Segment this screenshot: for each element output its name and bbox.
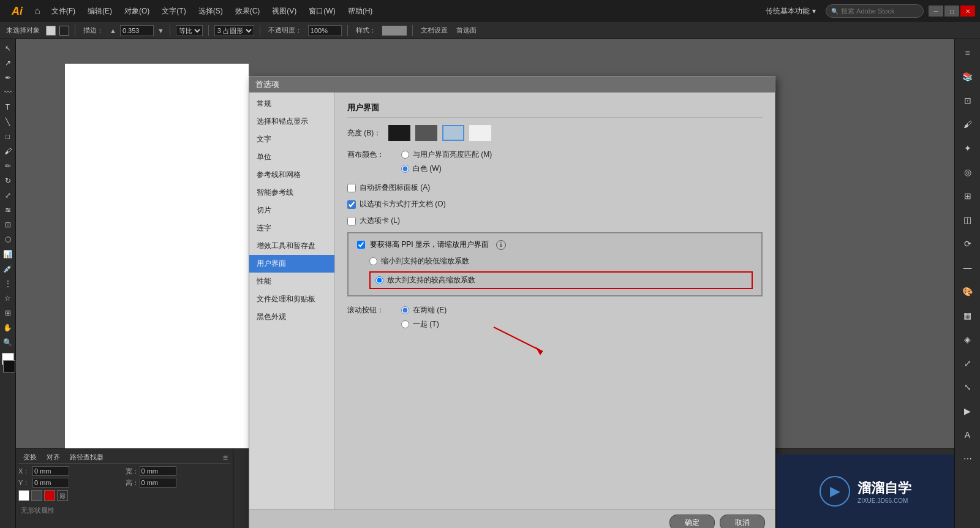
- nav-hyphenation[interactable]: 连字: [249, 219, 334, 237]
- type-right-btn[interactable]: A: [957, 424, 979, 446]
- nav-anchors[interactable]: 选择和锚点显示: [249, 113, 334, 130]
- properties-btn[interactable]: ⊡: [957, 89, 979, 111]
- pen-tool[interactable]: ✒: [1, 71, 15, 85]
- hand-tool[interactable]: ✋: [1, 321, 15, 334]
- shape-builder-tool[interactable]: ⬡: [1, 233, 15, 246]
- brush-btn[interactable]: 🖌: [957, 113, 979, 135]
- menu-edit[interactable]: 编辑(E): [81, 0, 118, 22]
- tab-pathfinder[interactable]: 路径查找器: [65, 451, 108, 463]
- workspace-switcher[interactable]: 传统基本功能 ▾: [761, 6, 821, 17]
- appearance-right-btn[interactable]: ◎: [957, 161, 979, 183]
- nav-general[interactable]: 常规: [249, 95, 334, 113]
- more-right-btn[interactable]: ⋯: [957, 448, 979, 470]
- search-input[interactable]: [841, 7, 918, 15]
- doc-settings-btn[interactable]: 文档设置: [418, 26, 450, 35]
- scroll-together-option[interactable]: 一起 (T): [401, 319, 447, 330]
- zoom-tool[interactable]: 🔍: [1, 336, 15, 349]
- warp-tool[interactable]: ≋: [1, 203, 15, 217]
- open-as-tabs-checkbox[interactable]: 以选项卡方式打开文档 (O): [347, 199, 763, 209]
- white-swatch[interactable]: [18, 490, 29, 501]
- align-right-btn[interactable]: ⊞: [957, 185, 979, 207]
- artboard-tool[interactable]: ⊞: [1, 306, 15, 320]
- stroke-color-box[interactable]: [3, 360, 15, 372]
- brightness-swatch-dark[interactable]: [415, 125, 437, 141]
- large-tabs-checkbox[interactable]: 大选项卡 (L): [347, 216, 763, 226]
- nav-slices[interactable]: 切片: [249, 202, 334, 219]
- close-button[interactable]: ✕: [960, 6, 975, 17]
- free-transform-tool[interactable]: ⊡: [1, 218, 15, 232]
- cancel-button[interactable]: 取消: [720, 515, 765, 528]
- canvas-white-option[interactable]: 白色 (W): [401, 164, 492, 174]
- menu-text[interactable]: 文字(T): [156, 0, 192, 22]
- stroke-right-btn[interactable]: —: [957, 257, 979, 279]
- pathfinder-right-btn[interactable]: ◫: [957, 209, 979, 231]
- nav-files[interactable]: 文件处理和剪贴板: [249, 290, 334, 308]
- auto-collapse-checkbox[interactable]: 自动折叠图标面板 (A): [347, 183, 763, 193]
- curvature-tool[interactable]: 〰: [1, 86, 15, 99]
- nav-smart-guides[interactable]: 智能参考线: [249, 184, 334, 202]
- opacity-input[interactable]: [308, 25, 342, 36]
- libraries-btn[interactable]: 📚: [957, 66, 979, 88]
- nav-guides[interactable]: 参考线和网格: [249, 166, 334, 184]
- stroke-swatch[interactable]: [59, 26, 69, 36]
- symbol-tool[interactable]: ☆: [1, 292, 15, 305]
- color-right-btn[interactable]: 🎨: [957, 281, 979, 303]
- red-swatch[interactable]: [44, 490, 55, 501]
- paintbrush-tool[interactable]: 🖌: [1, 145, 15, 158]
- style-swatch[interactable]: [382, 26, 407, 36]
- stock-search[interactable]: 🔍: [826, 4, 924, 18]
- menu-file[interactable]: 文件(F): [45, 0, 81, 22]
- info-icon[interactable]: ℹ: [496, 240, 506, 250]
- eyedropper-tool[interactable]: 💉: [1, 262, 15, 276]
- stroke-value-input[interactable]: [120, 25, 154, 36]
- panel-menu-icon[interactable]: ≡: [221, 453, 230, 462]
- y-input[interactable]: [32, 478, 69, 488]
- play-right-btn[interactable]: ▶: [957, 400, 979, 422]
- ok-button[interactable]: 确定: [669, 515, 715, 528]
- dark-swatch[interactable]: [31, 490, 42, 501]
- expand2-right-btn[interactable]: ⤡: [957, 376, 979, 398]
- gradient-right-btn[interactable]: ▦: [957, 304, 979, 326]
- tab-align[interactable]: 对齐: [42, 451, 65, 463]
- rotate-tool[interactable]: ↻: [1, 174, 15, 187]
- menu-object[interactable]: 对象(O): [118, 0, 156, 22]
- link-icon[interactable]: ⛓: [57, 490, 68, 501]
- menu-effect[interactable]: 效果(C): [229, 0, 266, 22]
- rect-tool[interactable]: □: [1, 130, 15, 143]
- scroll-both-ends-option[interactable]: 在两端 (E): [401, 305, 447, 315]
- blend-tool[interactable]: ⋮: [1, 277, 15, 290]
- brightness-swatch-medium[interactable]: [442, 125, 464, 141]
- fill-swatch[interactable]: [46, 26, 56, 36]
- layers-btn[interactable]: ≡: [957, 42, 979, 64]
- canvas-match-ui-option[interactable]: 与用户界面亮度匹配 (M): [401, 149, 492, 160]
- hidpi-scale-up-option[interactable]: 放大到支持的较高缩放系数: [375, 275, 475, 285]
- hidpi-scale-down-option[interactable]: 缩小到支持的较低缩放系数: [369, 256, 753, 266]
- direct-selection-tool[interactable]: ↗: [1, 56, 15, 70]
- nav-text[interactable]: 文字: [249, 130, 334, 148]
- scale-tool[interactable]: ⤢: [1, 189, 15, 202]
- w-input[interactable]: [140, 466, 176, 476]
- tab-transform[interactable]: 变换: [18, 451, 42, 463]
- brightness-swatch-light[interactable]: [469, 125, 491, 141]
- nav-units[interactable]: 单位: [249, 148, 334, 166]
- x-input[interactable]: [32, 466, 69, 476]
- shape-select[interactable]: 3 占圆形: [214, 25, 254, 36]
- nav-appearance[interactable]: 黑色外观: [249, 308, 334, 326]
- chart-tool[interactable]: 📊: [1, 247, 15, 261]
- selection-tool[interactable]: ↖: [1, 42, 15, 55]
- minimize-button[interactable]: ─: [929, 6, 943, 17]
- pencil-tool[interactable]: ✏: [1, 159, 15, 173]
- home-button[interactable]: ⌂: [29, 6, 45, 17]
- menu-view[interactable]: 视图(V): [266, 0, 303, 22]
- nav-ui[interactable]: 用户界面: [249, 255, 334, 273]
- menu-help[interactable]: 帮助(H): [342, 0, 379, 22]
- line-tool[interactable]: ╲: [1, 115, 15, 129]
- type-tool[interactable]: T: [1, 100, 15, 114]
- brightness-swatch-darkest[interactable]: [388, 125, 410, 141]
- nav-plugins[interactable]: 增效工具和暂存盘: [249, 237, 334, 255]
- menu-window[interactable]: 窗口(W): [303, 0, 341, 22]
- menu-select[interactable]: 选择(S): [192, 0, 229, 22]
- transparency-right-btn[interactable]: ◈: [957, 328, 979, 350]
- mode-select[interactable]: 等比: [176, 25, 203, 36]
- maximize-button[interactable]: □: [944, 6, 959, 17]
